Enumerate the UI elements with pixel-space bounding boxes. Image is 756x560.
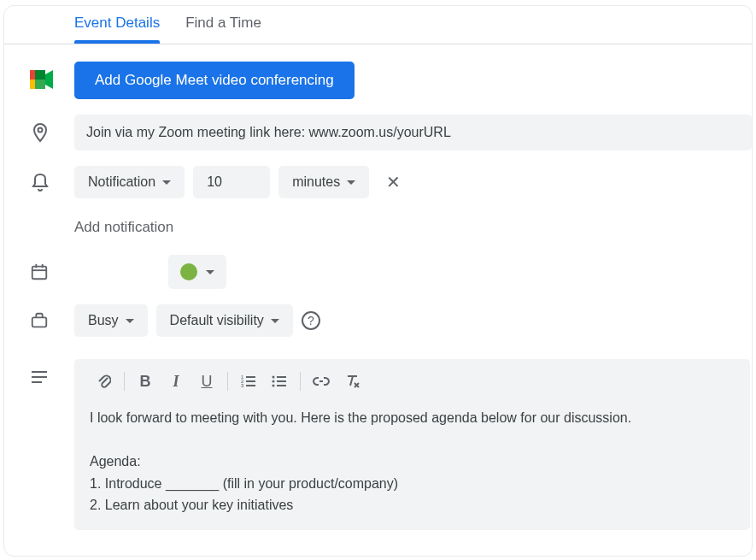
bold-button[interactable]: B [130,368,161,395]
color-swatch-icon [180,263,197,280]
notification-type-dropdown[interactable]: Notification [74,166,185,198]
remove-notification-button[interactable]: ✕ [378,167,409,197]
svg-rect-0 [30,70,35,80]
toolbar-separator [300,372,301,391]
add-google-meet-button[interactable]: Add Google Meet video conferencing [74,62,355,99]
tab-event-details[interactable]: Event Details [74,9,160,44]
svg-point-24 [273,385,275,387]
svg-rect-9 [32,317,47,327]
availability-label: Busy [88,313,119,328]
description-editor: B I U 1 2 3 [74,359,750,530]
svg-point-4 [38,128,43,133]
description-icon [30,369,49,385]
calendar-icon [30,262,49,281]
chevron-down-icon [271,319,279,323]
notification-unit-dropdown[interactable]: minutes [278,166,369,198]
svg-rect-3 [35,70,45,80]
underline-button[interactable]: U [191,368,222,395]
notification-bell-icon [30,172,50,192]
chevron-down-icon [162,180,171,185]
svg-rect-5 [32,267,47,280]
numbered-list-button[interactable]: 1 2 3 [233,368,264,395]
toolbar-separator [227,372,228,391]
help-icon[interactable]: ? [302,311,320,330]
link-button[interactable] [306,368,337,395]
clear-formatting-button[interactable] [337,368,367,395]
tabs-bar: Event Details Find a Time [4,9,752,44]
notification-value-input[interactable] [193,166,270,198]
location-icon [30,122,50,143]
toolbar-separator [124,372,125,391]
location-input[interactable] [74,115,752,150]
visibility-dropdown[interactable]: Default visibility [156,304,293,337]
chevron-down-icon [126,319,134,323]
svg-text:3: 3 [241,383,244,388]
svg-point-23 [273,380,275,383]
tab-find-time[interactable]: Find a Time [185,9,261,44]
notification-type-label: Notification [88,174,155,190]
availability-dropdown[interactable]: Busy [74,304,148,337]
svg-rect-1 [30,80,35,89]
bulleted-list-button[interactable] [264,368,295,395]
visibility-label: Default visibility [170,313,264,328]
add-notification-button[interactable]: Add notification [74,214,752,241]
notification-unit-label: minutes [292,174,340,190]
attachment-button[interactable] [88,368,119,395]
calendar-color-dropdown[interactable] [168,255,226,289]
description-textarea[interactable]: I look forward to meeting with you. Here… [74,404,750,530]
chevron-down-icon [206,270,214,274]
briefcase-icon [30,311,49,330]
format-toolbar: B I U 1 2 3 [74,359,750,404]
italic-button[interactable]: I [161,368,191,395]
google-meet-icon [30,70,54,91]
svg-point-22 [273,376,275,379]
chevron-down-icon [347,180,355,185]
